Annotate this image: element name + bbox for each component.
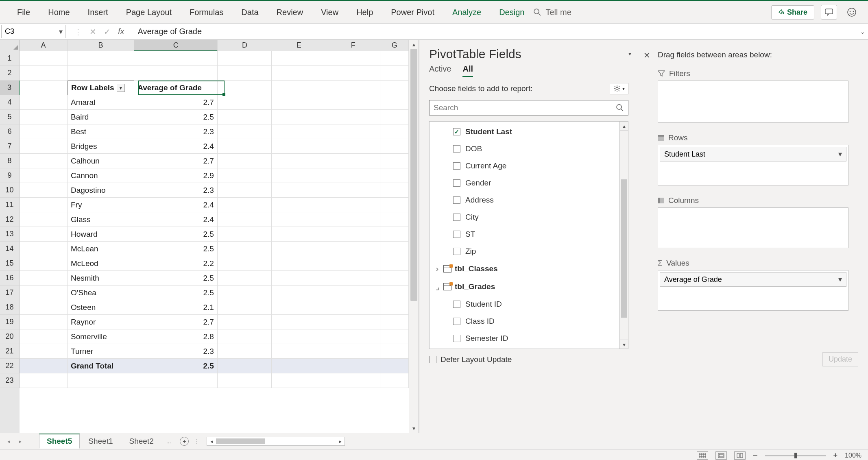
- col-header[interactable]: E: [272, 40, 326, 51]
- cell[interactable]: McLeod: [68, 256, 134, 271]
- cell[interactable]: Glass: [68, 212, 134, 227]
- cell[interactable]: [272, 81, 326, 95]
- cell[interactable]: 2.4: [134, 198, 218, 212]
- row-header[interactable]: 18: [0, 300, 20, 315]
- fields-scrollbar[interactable]: ▴ ▾: [619, 121, 628, 349]
- cell[interactable]: [326, 256, 380, 271]
- scroll-down-icon[interactable]: ▾: [409, 424, 419, 433]
- cell[interactable]: [218, 183, 272, 198]
- cell[interactable]: 2.1: [134, 300, 218, 315]
- cell[interactable]: [272, 110, 326, 124]
- cell[interactable]: [380, 51, 409, 66]
- collapse-icon[interactable]: ⌟: [434, 282, 440, 292]
- cell[interactable]: [68, 51, 134, 66]
- cell[interactable]: [218, 227, 272, 242]
- vertical-scrollbar[interactable]: ▴ ▾: [409, 40, 419, 433]
- cell[interactable]: [380, 81, 409, 95]
- cell[interactable]: [380, 315, 409, 329]
- cell[interactable]: [272, 315, 326, 329]
- expand-icon[interactable]: ›: [434, 264, 440, 273]
- checkbox[interactable]: [453, 214, 460, 221]
- cell[interactable]: [380, 212, 409, 227]
- cell[interactable]: [326, 95, 380, 110]
- cell[interactable]: [272, 183, 326, 198]
- row-header[interactable]: 9: [0, 168, 20, 183]
- add-sheet-button[interactable]: +: [180, 437, 189, 446]
- cell[interactable]: [380, 124, 409, 139]
- cell[interactable]: [20, 227, 68, 242]
- worksheet[interactable]: 1234567891011121314151617181920212223 A …: [0, 40, 419, 433]
- field-item[interactable]: Address: [430, 192, 619, 209]
- cell[interactable]: [20, 359, 68, 373]
- cell[interactable]: [20, 51, 68, 66]
- cell[interactable]: [326, 315, 380, 329]
- rows-dropzone[interactable]: Student Last ▾: [658, 145, 848, 185]
- view-normal-icon[interactable]: [697, 451, 708, 460]
- cell[interactable]: [326, 359, 380, 373]
- cell[interactable]: [380, 95, 409, 110]
- cell[interactable]: [326, 271, 380, 286]
- accept-formula-icon[interactable]: ✓: [104, 27, 111, 37]
- cell[interactable]: [272, 212, 326, 227]
- cell[interactable]: [20, 66, 68, 81]
- cell[interactable]: [380, 271, 409, 286]
- panel-options-icon[interactable]: ▾: [628, 50, 631, 57]
- cell[interactable]: [20, 139, 68, 154]
- cell[interactable]: [68, 66, 134, 81]
- cell[interactable]: [218, 154, 272, 168]
- smiley-button[interactable]: [844, 5, 860, 20]
- cell[interactable]: Howard: [68, 227, 134, 242]
- checkbox[interactable]: [453, 248, 460, 255]
- cell[interactable]: [20, 95, 68, 110]
- cell[interactable]: [134, 373, 218, 388]
- cell[interactable]: [272, 271, 326, 286]
- row-header[interactable]: 8: [0, 154, 20, 168]
- cell[interactable]: [326, 168, 380, 183]
- checkbox[interactable]: [453, 196, 460, 204]
- cell[interactable]: [20, 242, 68, 256]
- comments-button[interactable]: [821, 5, 837, 20]
- cell[interactable]: Calhoun: [68, 154, 134, 168]
- cell[interactable]: [326, 373, 380, 388]
- cell[interactable]: 2.2: [134, 256, 218, 271]
- cell[interactable]: [272, 359, 326, 373]
- cell[interactable]: 2.5: [134, 227, 218, 242]
- row-header[interactable]: 5: [0, 110, 20, 124]
- cell[interactable]: [20, 344, 68, 359]
- cell[interactable]: [380, 227, 409, 242]
- cell[interactable]: 2.7: [134, 315, 218, 329]
- cell[interactable]: [20, 329, 68, 344]
- cell[interactable]: [218, 139, 272, 154]
- cell[interactable]: [20, 256, 68, 271]
- checkbox[interactable]: [453, 318, 460, 325]
- cell[interactable]: [326, 198, 380, 212]
- cell[interactable]: [272, 242, 326, 256]
- rows-item[interactable]: Student Last ▾: [660, 147, 846, 161]
- cell[interactable]: [326, 110, 380, 124]
- cell[interactable]: [218, 168, 272, 183]
- row-header[interactable]: 17: [0, 286, 20, 300]
- cell[interactable]: [380, 286, 409, 300]
- formula-more-icon[interactable]: ⋮: [74, 27, 82, 37]
- table-node[interactable]: ›tbl_Classes: [430, 260, 619, 278]
- cell[interactable]: [218, 315, 272, 329]
- defer-checkbox[interactable]: [429, 356, 436, 363]
- cell[interactable]: 2.5: [134, 286, 218, 300]
- scroll-thumb[interactable]: [410, 49, 417, 301]
- scroll-left-icon[interactable]: ◂: [207, 438, 216, 445]
- cell[interactable]: [20, 124, 68, 139]
- cell[interactable]: Osteen: [68, 300, 134, 315]
- cell[interactable]: [326, 344, 380, 359]
- ribbon-tab-formulas[interactable]: Formulas: [181, 1, 232, 24]
- cell[interactable]: [272, 139, 326, 154]
- cell[interactable]: Best: [68, 124, 134, 139]
- cell[interactable]: [20, 212, 68, 227]
- cell[interactable]: 2.3: [134, 344, 218, 359]
- sheet-tab[interactable]: Sheet5: [39, 434, 80, 449]
- cell[interactable]: Turner: [68, 344, 134, 359]
- sheet-tab[interactable]: Sheet1: [81, 434, 120, 449]
- cell[interactable]: [272, 344, 326, 359]
- ribbon-tab-page-layout[interactable]: Page Layout: [117, 1, 181, 24]
- fields-search[interactable]: Search: [429, 100, 628, 116]
- panel-tab-all[interactable]: All: [462, 64, 473, 77]
